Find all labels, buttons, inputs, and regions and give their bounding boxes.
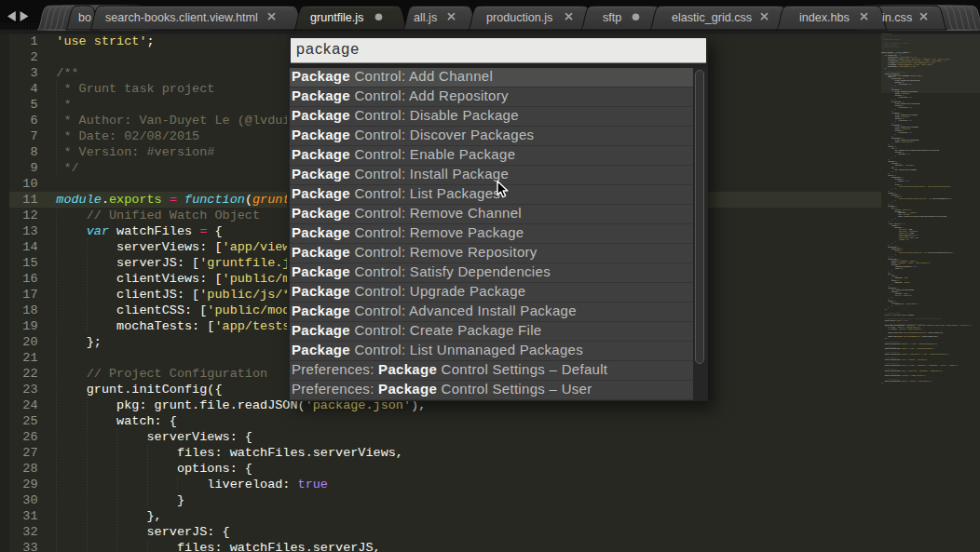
- svg-text:in.css: in.css: [882, 11, 912, 24]
- svg-text:search-books.client.view.html: search-books.client.view.html: [105, 11, 258, 24]
- svg-text:production.js: production.js: [486, 11, 552, 24]
- svg-text:sftp: sftp: [603, 11, 621, 24]
- svg-text:gruntfile.js: gruntfile.js: [310, 11, 363, 24]
- svg-text:index.hbs: index.hbs: [799, 11, 850, 24]
- svg-text:elastic_grid.css: elastic_grid.css: [672, 11, 752, 24]
- svg-text:all.js: all.js: [414, 11, 437, 24]
- svg-text:bo: bo: [78, 11, 91, 24]
